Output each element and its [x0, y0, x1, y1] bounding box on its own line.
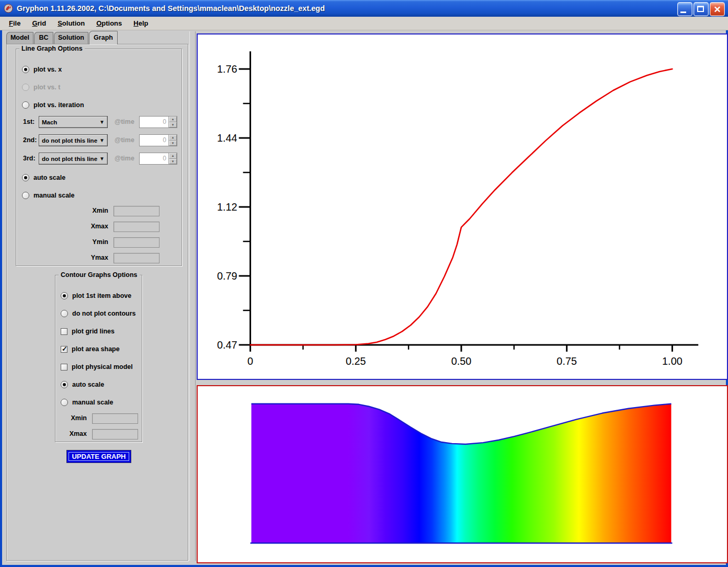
radio-line-auto-scale[interactable]: auto scale — [22, 173, 65, 182]
graph-options-panel: Line Graph Options plot vs. x plot vs. t… — [6, 44, 188, 561]
radio-indicator — [22, 192, 29, 199]
third-time-spinner[interactable]: 0 ▲ ▼ — [139, 153, 177, 165]
checkbox-indicator — [61, 346, 67, 353]
title-bar[interactable]: Gryphon 1.11.26.2002, C:\Documents and S… — [0, 0, 728, 17]
radio-plot-vs-t: plot vs. t — [22, 83, 60, 91]
contour-options-group: Contour Graphs Options plot 1st item abo… — [55, 275, 142, 442]
svg-text:1.76: 1.76 — [217, 63, 237, 75]
radio-indicator — [61, 292, 68, 299]
at-time-label: @time — [115, 118, 134, 125]
svg-text:1.12: 1.12 — [217, 201, 237, 213]
svg-text:0: 0 — [247, 355, 253, 367]
first-time-spinner[interactable]: 0 ▲ ▼ — [139, 116, 177, 128]
group-title: Contour Graphs Options — [59, 271, 140, 279]
update-graph-button[interactable]: UPDATE GRAPH — [66, 450, 131, 463]
ymin-row: Ymin — [16, 237, 183, 248]
spinner-up-icon[interactable]: ▲ — [169, 135, 177, 141]
radio-no-contours[interactable]: do not plot contours — [61, 309, 136, 318]
menu-solution[interactable]: Solution — [53, 18, 89, 28]
line-ymax-input[interactable] — [113, 253, 160, 263]
radio-indicator — [22, 101, 29, 109]
checkbox-grid-lines[interactable]: plot grid lines — [61, 327, 115, 335]
menu-grid[interactable]: Grid — [27, 18, 51, 28]
chevron-down-icon: ▼ — [99, 156, 105, 161]
tab-solution[interactable]: Solution — [54, 32, 88, 44]
spinner-down-icon[interactable]: ▼ — [169, 159, 177, 165]
window-title: Gryphon 1.11.26.2002, C:\Documents and S… — [17, 4, 325, 13]
radio-plot-1st-item[interactable]: plot 1st item above — [61, 292, 131, 300]
radio-indicator — [61, 399, 68, 406]
minimize-icon — [680, 11, 686, 13]
at-time-label: @time — [115, 155, 134, 162]
svg-text:0.47: 0.47 — [217, 339, 237, 351]
contour-graph-panel — [197, 385, 728, 563]
close-icon: ✕ — [710, 3, 724, 16]
tab-model[interactable]: Model — [6, 32, 33, 44]
xmin-row: Xmin — [16, 206, 183, 216]
checkbox-indicator — [61, 328, 67, 335]
radio-indicator — [22, 66, 29, 73]
minimize-button[interactable] — [677, 2, 692, 16]
second-series-label: 2nd: — [23, 136, 37, 144]
menu-help[interactable]: Help — [129, 18, 153, 28]
checkbox-indicator — [61, 364, 67, 371]
contour-xmin-row: Xmin — [55, 413, 143, 424]
line-ymin-input[interactable] — [113, 237, 160, 248]
menu-options[interactable]: Options — [92, 18, 127, 28]
radio-line-manual-scale[interactable]: manual scale — [22, 191, 75, 200]
contour-xmax-input[interactable] — [92, 429, 138, 439]
radio-indicator — [22, 84, 29, 91]
svg-text:0.79: 0.79 — [217, 270, 237, 282]
line-graph-options-group: Line Graph Options plot vs. x plot vs. t… — [16, 49, 182, 266]
menu-bar: File Grid Solution Options Help — [0, 17, 728, 30]
line-xmin-input[interactable] — [113, 206, 160, 216]
svg-text:0.50: 0.50 — [451, 355, 472, 367]
spinner-up-icon[interactable]: ▲ — [169, 153, 177, 159]
svg-text:0.75: 0.75 — [556, 355, 577, 367]
spinner-down-icon[interactable]: ▼ — [169, 141, 177, 146]
radio-plot-vs-iteration[interactable]: plot vs. iteration — [22, 101, 84, 109]
nozzle-contour-chart — [198, 386, 727, 562]
checkbox-physical-model[interactable]: plot physical model — [61, 363, 133, 371]
radio-contour-auto-scale[interactable]: auto scale — [61, 380, 104, 389]
second-time-spinner[interactable]: 0 ▲ ▼ — [139, 134, 177, 146]
maximize-icon — [697, 6, 704, 12]
app-icon — [3, 3, 14, 14]
menu-file[interactable]: File — [4, 18, 25, 28]
chevron-down-icon: ▼ — [99, 137, 105, 143]
split-divider[interactable] — [189, 31, 196, 561]
svg-text:0.25: 0.25 — [346, 355, 366, 367]
contour-xmax-row: Xmax — [55, 429, 143, 439]
third-series-label: 3rd: — [23, 155, 36, 162]
at-time-label: @time — [115, 136, 134, 144]
ymax-row: Ymax — [16, 253, 183, 263]
radio-contour-manual-scale[interactable]: manual scale — [61, 398, 113, 407]
second-series-combo[interactable]: do not plot this line ▼ — [39, 134, 108, 146]
maximize-button[interactable] — [693, 2, 709, 16]
radio-plot-vs-x[interactable]: plot vs. x — [22, 65, 62, 74]
app-window: Gryphon 1.11.26.2002, C:\Documents and S… — [0, 0, 728, 567]
spinner-down-icon[interactable]: ▼ — [169, 122, 177, 128]
first-series-label: 1st: — [23, 118, 35, 125]
svg-text:1.00: 1.00 — [662, 355, 682, 367]
tab-graph[interactable]: Graph — [89, 31, 118, 44]
first-series-combo[interactable]: Mach ▼ — [39, 116, 108, 128]
mach-line-chart: 0.470.791.121.441.7600.250.500.751.00 — [198, 34, 727, 379]
third-series-combo[interactable]: do not plot this line ▼ — [39, 153, 108, 165]
tab-bc[interactable]: BC — [34, 32, 53, 44]
radio-indicator — [22, 174, 29, 181]
checkbox-area-shape[interactable]: plot area shape — [61, 345, 120, 353]
spinner-up-icon[interactable]: ▲ — [169, 117, 177, 122]
chevron-down-icon: ▼ — [99, 119, 105, 125]
xmax-row: Xmax — [16, 222, 183, 232]
line-graph-panel: 0.470.791.121.441.7600.250.500.751.00 — [197, 33, 728, 380]
radio-indicator — [61, 310, 68, 317]
group-title: Line Graph Options — [19, 45, 85, 52]
line-xmax-input[interactable] — [113, 222, 160, 232]
radio-indicator — [61, 381, 68, 388]
contour-xmin-input[interactable] — [92, 413, 138, 424]
close-button[interactable]: ✕ — [710, 2, 725, 16]
window-controls: ✕ — [677, 2, 725, 16]
svg-text:1.44: 1.44 — [217, 132, 237, 144]
